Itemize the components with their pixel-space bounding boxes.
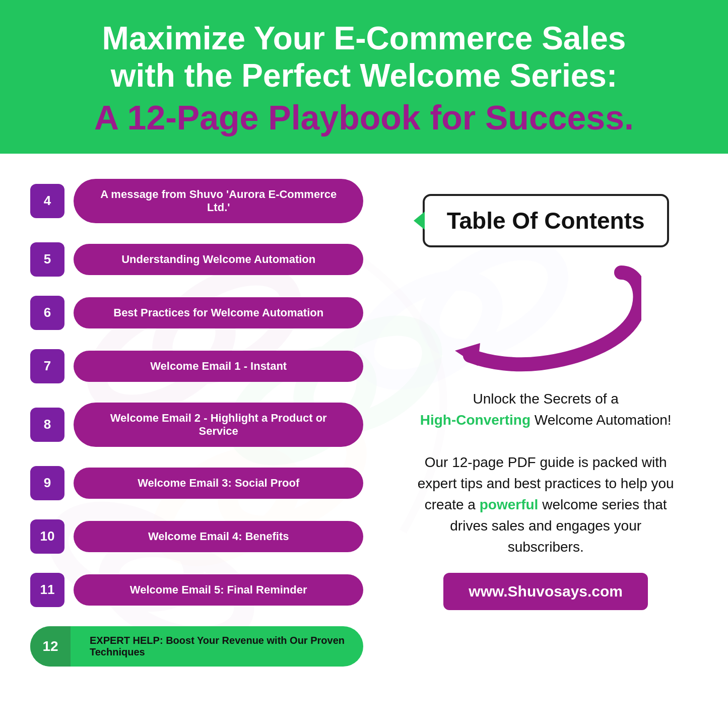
toc-title-text: Table Of Contents [447, 208, 645, 234]
toc-label-4: A message from Shuvo 'Aurora E-Commerce … [74, 179, 363, 223]
toc-item-4: 4 A message from Shuvo 'Aurora E-Commerc… [30, 179, 363, 223]
toc-label-6: Best Practices for Welcome Automation [74, 297, 363, 328]
toc-number-7: 7 [30, 349, 64, 383]
toc-list: 4 A message from Shuvo 'Aurora E-Commerc… [0, 154, 378, 728]
toc-label-8: Welcome Email 2 - Highlight a Product or… [74, 403, 363, 447]
toc-number-6: 6 [30, 296, 64, 330]
unlock-text-1: Unlock the Secrets of a [473, 391, 618, 407]
toc-label-10: Welcome Email 4: Benefits [74, 521, 363, 552]
toc-number-12: 12 [30, 626, 71, 667]
toc-number-9: 9 [30, 466, 64, 500]
header: Maximize Your E-Commerce Sales with the … [0, 0, 728, 154]
header-title-line1: Maximize Your E-Commerce Sales [30, 20, 698, 57]
toc-number-11: 11 [30, 573, 64, 607]
unlock-text-green2: powerful [480, 497, 539, 512]
right-panel: Table Of Contents Unlock the Secrets of … [378, 154, 728, 728]
toc-title-box: Table Of Contents [423, 194, 669, 247]
toc-label-5: Understanding Welcome Automation [74, 244, 363, 275]
toc-item-9: 9 Welcome Email 3: Social Proof [30, 466, 363, 500]
toc-label-12: EXPERT HELP: Boost Your Revenue with Our… [80, 628, 363, 665]
toc-item-10: 10 Welcome Email 4: Benefits [30, 519, 363, 554]
unlock-text-green: High-Converting [420, 412, 531, 428]
toc-number-4: 4 [30, 184, 64, 218]
unlock-description: Unlock the Secrets of a High-Converting … [415, 388, 677, 558]
toc-label-11: Welcome Email 5: Final Reminder [74, 574, 363, 606]
arrow-area [388, 262, 703, 373]
toc-number-10: 10 [30, 519, 64, 554]
toc-label-9: Welcome Email 3: Social Proof [74, 468, 363, 499]
unlock-text-2: Welcome Automation! [535, 412, 672, 428]
main-content: 4 A message from Shuvo 'Aurora E-Commerc… [0, 154, 728, 728]
toc-number-5: 5 [30, 242, 64, 277]
toc-label-7: Welcome Email 1 - Instant [74, 351, 363, 382]
toc-item-11: 11 Welcome Email 5: Final Reminder [30, 573, 363, 607]
toc-number-8: 8 [30, 408, 64, 442]
toc-item-6: 6 Best Practices for Welcome Automation [30, 296, 363, 330]
arrow-graphic [450, 262, 641, 373]
toc-item-12: 12 EXPERT HELP: Boost Your Revenue with … [30, 626, 363, 667]
toc-item-8: 8 Welcome Email 2 - Highlight a Product … [30, 403, 363, 447]
website-text: www.Shuvosays.com [469, 583, 623, 600]
svg-marker-10 [455, 343, 480, 366]
header-title-line3: A 12-Page Playbook for Success. [30, 97, 698, 139]
toc-item-5: 5 Understanding Welcome Automation [30, 242, 363, 277]
header-title-line2: with the Perfect Welcome Series: [30, 57, 698, 95]
toc-item-7: 7 Welcome Email 1 - Instant [30, 349, 363, 383]
website-link[interactable]: www.Shuvosays.com [443, 573, 648, 610]
